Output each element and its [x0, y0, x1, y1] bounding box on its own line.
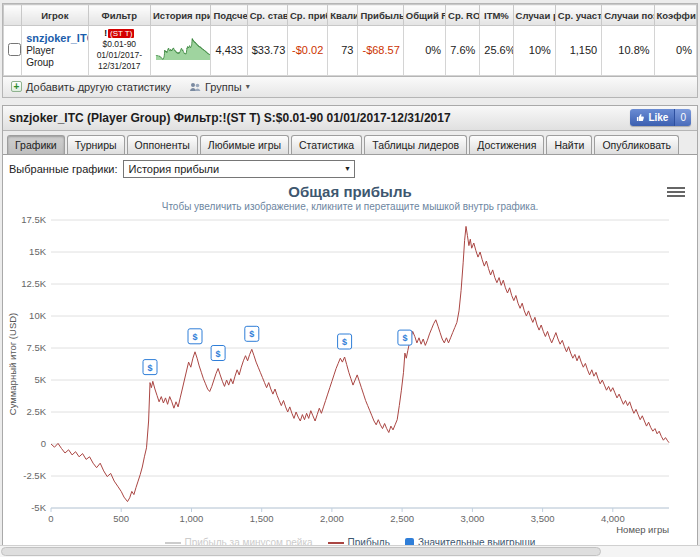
dropdown-arrow-icon: ▼ [340, 165, 354, 172]
chart-menu-icon[interactable] [667, 185, 685, 199]
column-header-itm[interactable]: ITM% [480, 5, 513, 26]
avg-roi-cell: 7.6% [446, 26, 480, 76]
chevron-down-icon: ▾ [246, 82, 250, 91]
total-roi-cell: 0% [403, 26, 445, 76]
groups-button[interactable]: Группы ▾ [189, 81, 250, 93]
like-button[interactable]: Like 0 [630, 109, 691, 126]
profit-cell: -$68.57 [358, 26, 403, 76]
graph-select-dropdown[interactable]: История прибыли ▼ [123, 160, 355, 178]
svg-text:Суммарный итог (USD): Суммарный итог (USD) [7, 312, 18, 414]
avg-entrants-cell: 1,150 [555, 26, 601, 76]
scrollbar-thumb[interactable] [1, 547, 601, 556]
filter-date-to: 12/31/2017 [93, 61, 146, 72]
column-header-early-cases[interactable]: Случаи ран [513, 5, 555, 26]
svg-text:$: $ [249, 329, 254, 339]
tab-achievements[interactable]: Достижения [469, 135, 544, 154]
player-panel: snzjoker_ITC (Player Group) Фильтр:!(ST … [2, 105, 698, 554]
svg-text:4,000: 4,000 [601, 513, 625, 524]
panel-header: snzjoker_ITC (Player Group) Фильтр:!(ST … [3, 106, 697, 131]
chart-plot-holder: -5K-2.5K02.5K5K7.5K10K12.5K15K17.5K05001… [3, 214, 697, 536]
filter-date-from: 01/01/2017- [93, 50, 146, 61]
svg-text:10K: 10K [29, 310, 47, 321]
late-cases-cell: 10.8% [602, 26, 654, 76]
tab-graphs[interactable]: Графики [7, 135, 65, 154]
sharkscope-page: { "stats_table": { "columns": ["", "Игро… [0, 0, 700, 557]
column-header-profit-history[interactable]: История прибы [151, 5, 211, 26]
early-cases-cell: 10% [513, 26, 555, 76]
svg-text:5K: 5K [34, 374, 46, 385]
tab-tournaments[interactable]: Турниры [67, 135, 125, 154]
svg-text:2,500: 2,500 [390, 513, 414, 524]
filter-stakes: $0.01-90 [93, 39, 146, 50]
like-label: Like [648, 112, 668, 123]
coefficient-cell: 0% [654, 26, 696, 76]
itm-cell: 25.6% [480, 26, 513, 76]
profit-history-sparkline-cell[interactable] [151, 26, 211, 76]
column-header-avg-entrants[interactable]: Ср. участник [555, 5, 601, 26]
svg-text:2,000: 2,000 [320, 513, 344, 524]
avg-profit-cell: -$0.02 [287, 26, 327, 76]
svg-text:$: $ [192, 331, 197, 341]
thumbs-up-icon [636, 113, 645, 122]
svg-text:-5K: -5K [31, 502, 46, 513]
tab-bar: Графики Турниры Оппоненты Любимые игры С… [3, 131, 697, 155]
column-header-count[interactable]: Подсчет [211, 5, 247, 26]
column-header-avg-profit[interactable]: Ср. приб [287, 5, 327, 26]
column-header-profit[interactable]: Прибыль [358, 5, 403, 26]
graph-select-row: Выбранные графики: История прибыли ▼ [3, 155, 697, 183]
tab-find[interactable]: Найти [546, 135, 592, 154]
svg-text:$: $ [342, 337, 347, 347]
graph-select-label: Выбранные графики: [9, 163, 117, 175]
tab-opponents[interactable]: Оппоненты [127, 135, 198, 154]
player-type-label: Player Group [26, 45, 54, 68]
row-checkbox[interactable] [8, 43, 21, 56]
column-header-coefficient[interactable]: Коэффициент [654, 5, 696, 26]
tab-favorite-games[interactable]: Любимые игры [200, 135, 289, 154]
svg-text:15K: 15K [29, 246, 47, 257]
chart-title: Общая прибыль [3, 183, 697, 201]
gray-line-icon [165, 542, 181, 544]
filter-negation: ! [104, 28, 107, 38]
column-header-late-cases[interactable]: Случаи поздней [602, 5, 654, 26]
svg-text:7.5K: 7.5K [26, 342, 46, 353]
horizontal-scrollbar [0, 545, 700, 557]
stats-header-row: Игрок Фильтр История прибы Подсчет Ср. с… [4, 5, 697, 26]
tab-publish[interactable]: Опубликовать [594, 135, 679, 154]
svg-text:$: $ [147, 362, 152, 372]
column-header-total-roi[interactable]: Общий ROI [403, 5, 445, 26]
svg-text:17.5K: 17.5K [21, 214, 46, 225]
svg-text:-2.5K: -2.5K [23, 470, 46, 481]
plus-icon: + [11, 81, 22, 92]
chart-subtitle: Чтобы увеличить изображение, кликните и … [3, 201, 697, 214]
column-header-avg-stake[interactable]: Ср. став [247, 5, 287, 26]
player-link[interactable]: snzjoker_ITC [26, 32, 83, 44]
filter-cell: !(ST T) $0.01-90 01/01/2017- 12/31/2017 [88, 26, 150, 76]
table-row: snzjoker_ITC Player Group !(ST T) $0.01-… [4, 26, 697, 76]
filter-badge: (ST T) [108, 29, 134, 38]
svg-text:$: $ [216, 348, 221, 358]
avg-stake-cell: $33.73 [247, 26, 287, 76]
player-cell: snzjoker_ITC Player Group [22, 26, 88, 76]
column-header-qualified[interactable]: Квалиф [328, 5, 358, 26]
svg-text:1,000: 1,000 [180, 513, 204, 524]
profit-chart-plot[interactable]: -5K-2.5K02.5K5K7.5K10K12.5K15K17.5K05001… [5, 214, 695, 536]
stats-table: Игрок Фильтр История прибы Подсчет Ср. с… [2, 3, 698, 77]
tab-leaderboards[interactable]: Таблицы лидеров [364, 135, 467, 154]
column-header-player[interactable]: Игрок [22, 5, 88, 26]
qualified-cell: 73 [328, 26, 358, 76]
like-count: 0 [674, 109, 691, 126]
groups-icon [189, 82, 201, 92]
svg-text:500: 500 [113, 513, 129, 524]
svg-text:Номер игры: Номер игры [616, 524, 669, 535]
tab-statistics[interactable]: Статистика [291, 135, 362, 154]
red-line-icon [328, 542, 344, 544]
column-header-filter[interactable]: Фильтр [88, 5, 150, 26]
select-column-header [4, 5, 22, 26]
column-header-avg-roi[interactable]: Ср. ROI [446, 5, 480, 26]
add-statistic-button[interactable]: + Добавить другую статистику [11, 81, 171, 93]
svg-text:2.5K: 2.5K [26, 406, 46, 417]
stats-toolbar: + Добавить другую статистику Группы ▾ [2, 77, 698, 98]
svg-text:1,500: 1,500 [250, 513, 274, 524]
profit-chart: Общая прибыль Чтобы увеличить изображени… [3, 183, 697, 550]
groups-label: Группы [205, 81, 242, 93]
